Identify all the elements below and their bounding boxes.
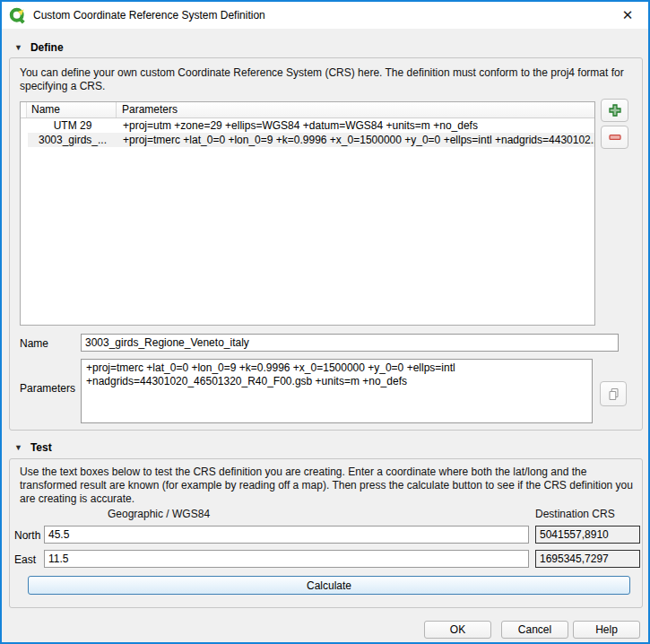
crs-name-input[interactable]: [81, 334, 619, 352]
calculate-button[interactable]: Calculate: [28, 576, 630, 595]
title-bar: Custom Coordinate Reference System Defin…: [2, 2, 648, 29]
crs-table-header: Name Parameters: [21, 102, 594, 118]
destination-crs-label: Destination CRS: [535, 508, 615, 520]
row-gutter: [21, 133, 28, 147]
dialog-content: Custom Coordinate Reference System Defin…: [2, 2, 648, 642]
close-icon[interactable]: ✕: [612, 2, 643, 29]
north-input[interactable]: [44, 526, 529, 544]
define-section-label: Define: [30, 41, 64, 54]
minus-icon: [608, 130, 622, 144]
define-section-header[interactable]: ▼ Define: [14, 41, 64, 54]
parameters-label: Parameters: [20, 382, 75, 395]
geographic-wgs84-label: Geographic / WGS84: [108, 508, 210, 520]
table-row[interactable]: 3003_girds_... +proj=tmerc +lat_0=0 +lon…: [21, 133, 594, 147]
custom-crs-dialog: Custom Coordinate Reference System Defin…: [0, 0, 650, 644]
qgis-logo-icon: [9, 7, 26, 24]
remove-crs-button[interactable]: [601, 126, 628, 149]
copy-icon: [607, 387, 620, 401]
row-gutter: [21, 118, 28, 133]
copy-parameters-button[interactable]: [600, 381, 627, 406]
east-input[interactable]: [44, 550, 529, 568]
plus-icon: [608, 103, 622, 117]
ok-button[interactable]: OK: [424, 621, 491, 639]
east-result: 1695345,7297: [535, 550, 640, 568]
cell-name: UTM 29: [28, 118, 117, 133]
test-description: Use the text boxes below to test the CRS…: [20, 466, 637, 506]
table-corner: [21, 102, 27, 117]
crs-table[interactable]: Name Parameters UTM 29 +proj=utm +zone=2…: [20, 101, 595, 326]
north-label: North: [14, 529, 40, 542]
table-row[interactable]: UTM 29 +proj=utm +zone=29 +ellips=WGS84 …: [21, 118, 594, 133]
add-crs-button[interactable]: [601, 99, 628, 122]
cell-name: 3003_girds_...: [28, 133, 117, 147]
cancel-button[interactable]: Cancel: [501, 621, 568, 639]
cell-parameters: +proj=tmerc +lat_0=0 +lon_0=9 +k=0.9996 …: [117, 133, 594, 147]
collapse-arrow-icon: ▼: [14, 43, 22, 52]
define-description: You can define your own custom Coordinat…: [20, 66, 637, 93]
test-section-label: Test: [30, 441, 52, 454]
column-header-parameters[interactable]: Parameters: [117, 102, 594, 117]
test-section-header[interactable]: ▼ Test: [14, 441, 52, 454]
help-button[interactable]: Help: [573, 621, 640, 639]
column-header-name[interactable]: Name: [27, 102, 117, 117]
crs-parameters-textarea[interactable]: +proj=tmerc +lat_0=0 +lon_0=9 +k=0.9996 …: [81, 359, 593, 423]
window-title: Custom Coordinate Reference System Defin…: [33, 9, 265, 22]
name-label: Name: [20, 337, 48, 350]
cell-parameters: +proj=utm +zone=29 +ellips=WGS84 +datum=…: [117, 118, 594, 133]
north-result: 5041557,8910: [535, 526, 640, 544]
east-label: East: [14, 553, 36, 566]
collapse-arrow-icon: ▼: [14, 443, 22, 452]
